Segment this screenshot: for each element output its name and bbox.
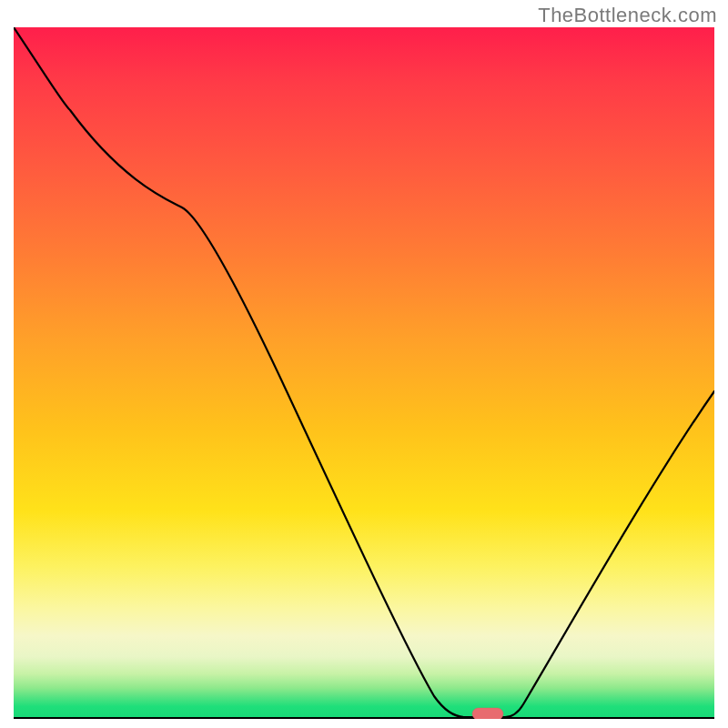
chart-stage: TheBottleneck.com xyxy=(0,0,728,728)
watermark-text: TheBottleneck.com xyxy=(538,4,717,27)
gradient-background xyxy=(14,27,714,719)
